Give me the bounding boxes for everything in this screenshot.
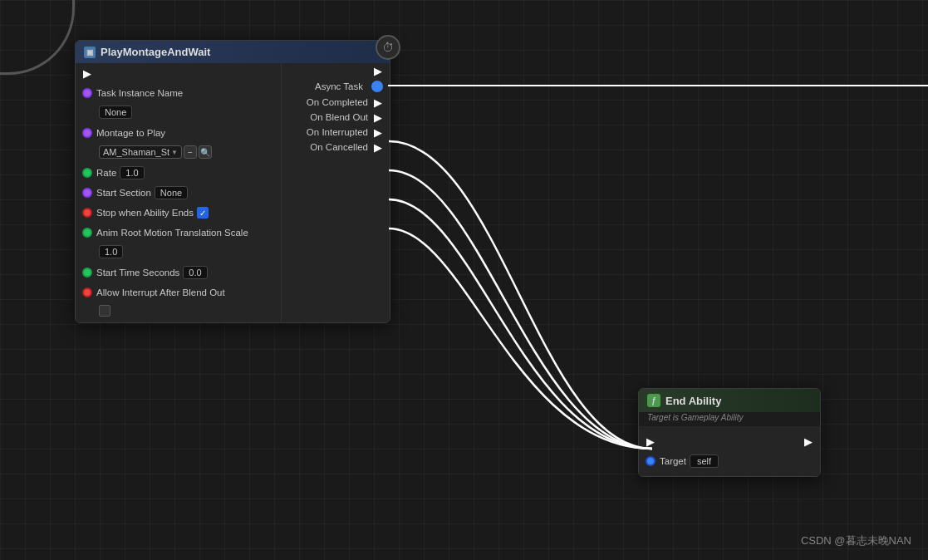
end-ability-subtitle: Target is Gameplay Ability [639, 412, 820, 426]
montage-pin[interactable] [82, 128, 92, 138]
play-montage-node: ▣ PlayMontageAndWait Task Instance Name … [75, 40, 390, 323]
on-completed-row: On Completed [282, 95, 390, 110]
start-time-pin[interactable] [82, 268, 92, 278]
right-pins: Async Task On Completed On Blend Out On … [282, 63, 390, 322]
on-blend-out-row: On Blend Out [282, 110, 390, 125]
start-section-value[interactable]: None [155, 186, 188, 199]
task-instance-value-row: None [76, 103, 281, 123]
on-interrupted-pin[interactable] [373, 127, 383, 137]
exec-in-pin[interactable] [82, 68, 92, 78]
async-task-row: Async Task [282, 78, 390, 95]
task-instance-name-row: Task Instance Name [76, 83, 281, 103]
async-task-label: Async Task [315, 81, 363, 91]
montage-label: Montage to Play [96, 128, 165, 138]
clock-icon: ⏱ [376, 35, 400, 60]
stop-ability-pin[interactable] [82, 208, 92, 218]
allow-interrupt-check-row [76, 302, 281, 322]
start-time-label: Start Time Seconds [96, 268, 179, 278]
left-pins: Task Instance Name None Montage to Play … [76, 63, 282, 322]
node-body: Task Instance Name None Montage to Play … [76, 63, 390, 322]
start-time-row: Start Time Seconds 0.0 [76, 263, 281, 282]
search-button[interactable]: 🔍 [199, 145, 212, 159]
stop-ability-label: Stop when Ability Ends [96, 208, 194, 218]
end-ability-exec-out[interactable] [803, 436, 813, 446]
target-row: Target self [639, 451, 820, 471]
start-section-row: Start Section None [76, 183, 281, 203]
rate-label: Rate [96, 168, 116, 178]
allow-interrupt-pin[interactable] [82, 287, 92, 297]
target-pin[interactable] [646, 456, 655, 466]
exec-connection-line [388, 85, 928, 86]
montage-play-row: Montage to Play [76, 123, 281, 143]
montage-value-row: AM_Shaman_St ▼ − 🔍 [76, 143, 281, 163]
end-ability-node: ƒ End Ability Target is Gameplay Ability… [638, 388, 821, 477]
anim-root-pin[interactable] [82, 228, 92, 238]
start-section-pin[interactable] [82, 188, 92, 198]
on-cancelled-pin[interactable] [373, 142, 383, 152]
allow-interrupt-checkbox[interactable] [99, 305, 110, 317]
montage-value: AM_Shaman_St [103, 147, 169, 157]
chevron-down-icon: ▼ [171, 149, 178, 156]
on-interrupted-label: On Interrupted [307, 127, 368, 137]
rate-row: Rate 1.0 [76, 163, 281, 183]
stop-ability-row: Stop when Ability Ends [76, 203, 281, 223]
play-montage-header: ▣ PlayMontageAndWait [76, 41, 390, 63]
on-cancelled-row: On Cancelled [282, 140, 390, 155]
exec-out-row [282, 63, 390, 78]
exec-in-row [76, 63, 281, 83]
on-cancelled-label: On Cancelled [310, 142, 368, 152]
stop-ability-checkbox[interactable] [197, 207, 209, 219]
minus-button[interactable]: − [184, 145, 197, 159]
task-instance-value[interactable]: None [99, 106, 132, 119]
end-ability-exec-in[interactable] [646, 436, 655, 446]
start-time-value[interactable]: 0.0 [183, 266, 207, 279]
start-section-label: Start Section [96, 188, 151, 198]
on-completed-label: On Completed [307, 97, 368, 107]
play-montage-title: PlayMontageAndWait [101, 46, 210, 58]
rate-pin[interactable] [82, 168, 92, 178]
allow-interrupt-label: Allow Interrupt After Blend Out [96, 287, 225, 297]
anim-root-value[interactable]: 1.0 [99, 245, 123, 258]
async-task-pin[interactable] [371, 81, 383, 92]
anim-root-label: Anim Root Motion Translation Scale [96, 228, 248, 238]
task-instance-pin[interactable] [82, 88, 92, 98]
top-arc-decoration [0, 0, 75, 75]
rate-value[interactable]: 1.0 [120, 166, 144, 179]
exec-out-pin[interactable] [373, 66, 383, 76]
end-ability-exec-row [639, 431, 820, 451]
on-completed-pin[interactable] [373, 97, 383, 107]
watermark: CSDN @暮志未晚NAN [801, 533, 911, 548]
task-instance-label: Task Instance Name [96, 88, 183, 98]
watermark-text: CSDN @暮志未晚NAN [801, 534, 911, 547]
on-blend-out-pin[interactable] [373, 112, 383, 122]
target-value[interactable]: self [690, 454, 719, 468]
anim-root-value-row: 1.0 [76, 243, 281, 263]
allow-interrupt-row: Allow Interrupt After Blend Out [76, 282, 281, 302]
end-ability-header: ƒ End Ability [639, 389, 820, 412]
end-ability-title: End Ability [665, 395, 721, 407]
end-ability-body: Target self [639, 426, 820, 476]
anim-root-row: Anim Root Motion Translation Scale [76, 223, 281, 243]
on-blend-out-label: On Blend Out [310, 112, 368, 122]
function-icon: ƒ [647, 394, 660, 407]
target-label: Target [660, 456, 686, 466]
montage-dropdown[interactable]: AM_Shaman_St ▼ [99, 145, 182, 159]
node-type-icon: ▣ [84, 47, 96, 58]
on-interrupted-row: On Interrupted [282, 125, 390, 140]
